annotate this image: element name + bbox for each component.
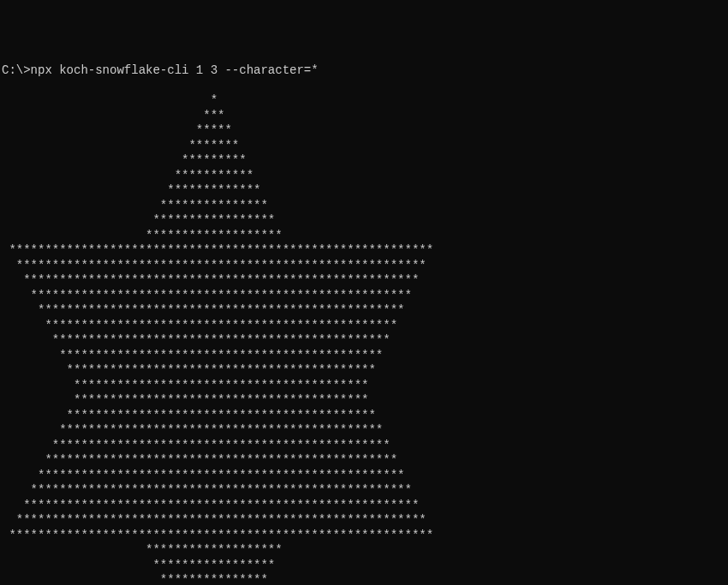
- output-line: ****************************************…: [2, 423, 726, 439]
- output-line: *******: [2, 139, 726, 154]
- output-line: ****************************************…: [2, 469, 726, 484]
- output-line: ***********: [2, 169, 726, 184]
- output-line: ****************************************…: [2, 259, 726, 274]
- output-line: ****************************************…: [2, 333, 726, 349]
- command-line[interactable]: C:\> npx koch-snowflake-cli 1 3 --charac…: [2, 63, 726, 79]
- output-line: ****************************************…: [2, 289, 726, 304]
- command-text: npx koch-snowflake-cli 1 3 --character=*: [31, 63, 319, 79]
- output-line: ***************: [2, 573, 726, 585]
- output-line: *******************: [2, 229, 726, 244]
- output-line: ****************************************…: [2, 273, 726, 289]
- output-line: *****************: [2, 558, 726, 574]
- output-line: ****************************************…: [2, 453, 726, 469]
- output-line: ****************************************…: [2, 528, 726, 544]
- output-line: *****************: [2, 213, 726, 229]
- output-line: ****************************************…: [2, 439, 726, 454]
- output-line: ****************************************…: [2, 363, 726, 379]
- output-line: *********: [2, 153, 726, 169]
- output-line: ***: [2, 109, 726, 124]
- output-line: ****************************************…: [2, 243, 726, 259]
- output-line: ****************************************…: [2, 393, 726, 409]
- output-line: ****************************************…: [2, 409, 726, 424]
- output-line: ****************************************…: [2, 498, 726, 514]
- output-line: ***************: [2, 199, 726, 214]
- output-line: *****: [2, 123, 726, 139]
- prompt-symbol: C:\>: [2, 63, 31, 79]
- output-line: ****************************************…: [2, 319, 726, 334]
- output-line: ****************************************…: [2, 513, 726, 528]
- output-line: ****************************************…: [2, 379, 726, 394]
- output-line: *: [2, 93, 726, 109]
- output-line: *******************: [2, 543, 726, 558]
- output-block: * *** ***** ******* ********* **********…: [2, 93, 726, 585]
- output-line: ****************************************…: [2, 303, 726, 319]
- output-line: ****************************************…: [2, 483, 726, 498]
- output-line: *************: [2, 183, 726, 199]
- output-line: ****************************************…: [2, 349, 726, 364]
